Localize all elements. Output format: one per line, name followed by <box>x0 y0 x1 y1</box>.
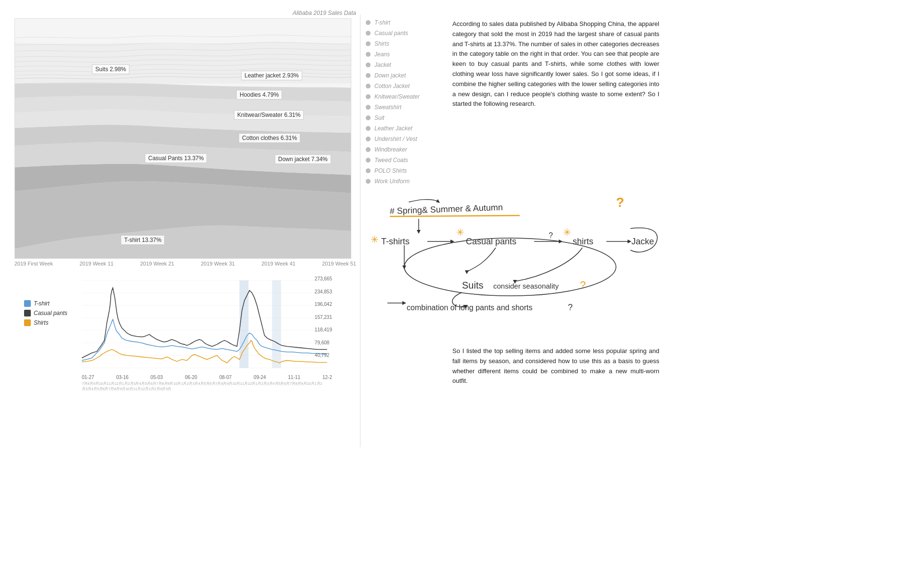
svg-text:✳: ✳ <box>371 234 379 245</box>
legend-item-down-jacket: Down jacket <box>366 72 443 79</box>
svg-text:Suits: Suits <box>462 280 483 291</box>
casual-pants-legend-dot <box>24 310 31 316</box>
svg-text:?: ? <box>580 279 586 291</box>
legend-item-polo-shirts: POLO Shirts <box>366 167 443 174</box>
svg-text:?: ? <box>549 231 553 240</box>
hoodies-label: Hoodies 4.79% <box>236 90 282 100</box>
legend-circle-work-uniform <box>366 179 371 184</box>
tshirt-label: T-shirt 13.37% <box>121 235 165 245</box>
line-chart-area: 273,665 234,853 196,042 157,231 118,419 … <box>82 276 332 392</box>
left-panel: Alibaba 2019 Sales Data <box>14 10 356 392</box>
legend-circle-sweatshirt <box>366 105 371 110</box>
down-jacket-label: Down jacket 7.34% <box>275 154 331 164</box>
svg-text:# Spring& Summer & Autumn: # Spring& Summer & Autumn <box>389 202 503 216</box>
legend-item-windbreaker: Windbreaker <box>366 146 443 153</box>
legend-circle-knitwear <box>366 94 371 99</box>
svg-marker-36 <box>402 301 406 305</box>
legend-circle-jeans <box>366 52 371 57</box>
line-chart-legend: T-shirt Casual pants Shirts <box>24 300 67 326</box>
suits-label: Suits 2.98% <box>92 64 129 74</box>
legend-circle-tshirt <box>366 20 371 25</box>
legend-item-casual-pants: Casual pants <box>366 30 443 37</box>
legend-item-work-uniform: Work Uniform <box>366 178 443 185</box>
chart-title: Alibaba 2019 Sales Data <box>14 10 356 16</box>
legend-circle-leather-jacket <box>366 126 371 131</box>
y-axis-labels: 273,665 234,853 196,042 157,231 118,419 … <box>315 276 332 358</box>
cotton-clothes-label: Cotton clothes 6.31% <box>239 133 300 143</box>
legend-shirts: Shirts <box>24 319 67 326</box>
legend-casual-pants: Casual pants <box>24 310 67 316</box>
svg-text:Jacke: Jacke <box>631 237 654 246</box>
legend-item-tshirt: T-shirt <box>366 19 443 26</box>
divider <box>360 14 360 447</box>
svg-text:✳: ✳ <box>563 227 571 238</box>
legend-circle-suit <box>366 115 371 120</box>
legend-item-sweatshirt: Sweatshirt <box>366 104 443 111</box>
legend-circle-undershirt <box>366 137 371 141</box>
sketch-area: # Spring& Summer & Autumn ? ✳ T-shirts ✳… <box>361 188 674 327</box>
shirts-legend-dot <box>24 319 31 326</box>
legend-item-jacket: Jacket <box>366 62 443 68</box>
main-paragraph: According to sales data published by Ali… <box>452 19 659 109</box>
svg-line-12 <box>390 215 520 216</box>
legend-tshirt: T-shirt <box>24 300 67 307</box>
legend-item-leather-jacket: Leather Jacket <box>366 125 443 132</box>
legend-circle-windbreaker <box>366 147 371 152</box>
svg-marker-30 <box>465 270 469 274</box>
legend-item-suit: Suit <box>366 114 443 121</box>
svg-text:shirts: shirts <box>573 237 593 246</box>
legend-circle-cotton-jacket <box>366 84 371 89</box>
leather-jacket-label: Leather jacket 2.93% <box>241 71 302 80</box>
legend-circle-casual-pants <box>366 31 371 36</box>
svg-text:✳: ✳ <box>456 227 464 238</box>
svg-marker-14 <box>417 230 421 234</box>
svg-text:T-shirts: T-shirts <box>381 237 410 246</box>
knitwear-label: Knitwear/Sweater 6.31% <box>234 110 304 120</box>
svg-text:?: ? <box>616 195 624 210</box>
stream-chart: Suits 2.98% Leather jacket 2.93% Hoodies… <box>14 18 351 259</box>
svg-marker-10 <box>436 199 440 203</box>
line-chart-container: T-shirt Casual pants Shirts 273,665 <box>14 276 351 392</box>
svg-text:consider seasonality: consider seasonality <box>493 282 559 290</box>
legend-item-jeans: Jeans <box>366 51 443 58</box>
legend-item-undershirt: Undershirt / Vest <box>366 136 443 142</box>
legend-circle-down-jacket <box>366 73 371 78</box>
month-labels: 01-27 03-16 05-03 06-20 08-07 09-24 11-1… <box>82 375 332 380</box>
svg-rect-9 <box>272 280 281 368</box>
week-labels: 7月8月9月10月11月12月1月2月3月4月5月6月7月8月9月10月1月2月… <box>82 381 322 392</box>
legend-circle-polo-shirts <box>366 168 371 173</box>
right-text: According to sales data published by Ali… <box>452 19 659 109</box>
svg-text:combination of long pants and : combination of long pants and shorts <box>407 303 533 312</box>
legend-circle-jacket <box>366 63 371 67</box>
svg-marker-26 <box>628 240 631 243</box>
x-axis: 2019 First Week 2019 Week 11 2019 Week 2… <box>14 261 356 266</box>
svg-text:?: ? <box>568 303 573 312</box>
legend-item-knitwear: Knitwear/Sweater <box>366 93 443 100</box>
legend-item-shirts: Shirts <box>366 40 443 47</box>
legend-list: T-shirt Casual pants Shirts Jeans Jacket… <box>366 19 443 210</box>
bottom-text: So I listed the top selling items and ad… <box>452 346 659 386</box>
legend-item-cotton-jacket: Cotton Jacket <box>366 83 443 89</box>
legend-circle-shirts <box>366 41 371 46</box>
bottom-paragraph: So I listed the top selling items and ad… <box>452 346 659 386</box>
svg-rect-8 <box>240 280 249 368</box>
legend-item-tweed-coats: Tweed Coats <box>366 157 443 164</box>
legend-circle-tweed-coats <box>366 158 371 163</box>
tshirt-legend-dot <box>24 300 31 307</box>
casual-pants-label: Casual Pants 13.37% <box>145 153 207 163</box>
